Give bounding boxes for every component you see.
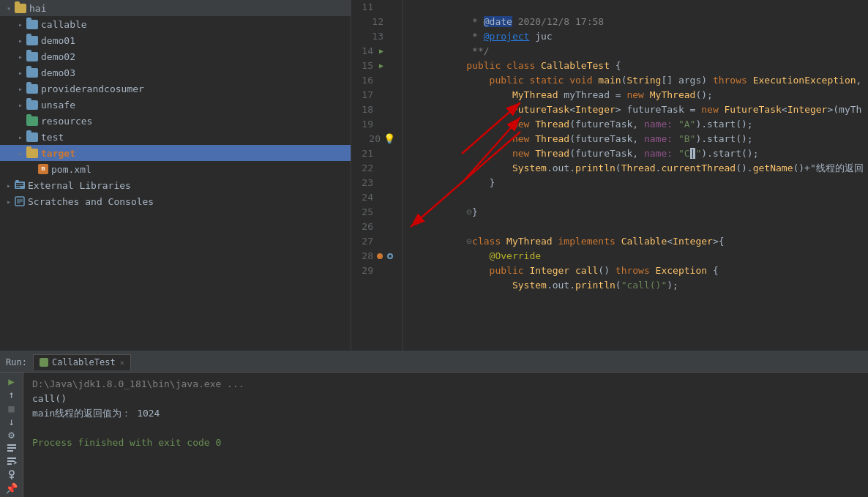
folder-icon xyxy=(26,132,38,142)
run-tab[interactable]: CallableTest × xyxy=(33,354,131,370)
line-number-15: 15 ▶ xyxy=(357,59,397,73)
line-number-12: 12 xyxy=(357,15,397,29)
expand-arrow[interactable] xyxy=(3,182,15,190)
output-line-2: call() xyxy=(32,392,859,406)
run-tab-label: CallableTest xyxy=(52,357,116,367)
svg-rect-15 xyxy=(7,450,13,452)
output-line-1: D:\Java\jdk1.8.0_181\bin\java.exe ... xyxy=(32,377,859,392)
run-settings-button[interactable]: ⚙ xyxy=(3,429,20,441)
output-line-3: main线程的返回值为： 1024 xyxy=(32,406,859,421)
run-wrap-button[interactable] xyxy=(3,442,20,454)
sidebar-item-test[interactable]: test xyxy=(0,129,351,145)
run-play-button[interactable]: ▶ xyxy=(3,375,20,387)
line-number-22: 22 xyxy=(357,161,397,176)
sidebar-item-callable[interactable]: callable xyxy=(0,16,351,32)
line-number-18: 18 xyxy=(357,102,397,117)
run-scroll-up-button[interactable]: ↑ xyxy=(3,389,20,400)
sidebar-item-label: test xyxy=(41,132,64,143)
line-number-24: 24 xyxy=(357,190,397,205)
sidebar-item-label: demo02 xyxy=(41,51,75,62)
expand-arrow[interactable] xyxy=(15,69,26,77)
line-number-23: 23 xyxy=(357,176,397,190)
sidebar-item-label: unsafe xyxy=(41,100,75,111)
project-sidebar: hai callable demo01 demo02 xyxy=(0,0,351,351)
folder-icon xyxy=(26,100,38,110)
bookmark-icon xyxy=(387,253,393,259)
run-pin2-button[interactable]: 📌 xyxy=(3,482,20,494)
line-number-28: 28 xyxy=(357,249,397,264)
run-scroll-down-button[interactable]: ↓ xyxy=(3,416,20,427)
run-tab-bar: Run: CallableTest × xyxy=(0,352,868,373)
run-tab-icon xyxy=(40,358,48,367)
expand-arrow[interactable] xyxy=(3,4,15,12)
svg-rect-2 xyxy=(16,183,23,184)
sidebar-item-scratches[interactable]: Scratches and Consoles xyxy=(0,193,351,209)
sidebar-item-label: demo03 xyxy=(41,67,75,78)
svg-rect-14 xyxy=(7,447,16,449)
code-line-25 xyxy=(409,205,868,220)
line-number-26: 26 xyxy=(357,220,397,234)
folder-icon xyxy=(26,52,38,61)
line-number-16: 16 xyxy=(357,73,397,88)
line-number-13: 13 xyxy=(357,29,397,44)
run-tab-close[interactable]: × xyxy=(120,358,125,367)
folder-icon xyxy=(26,68,38,78)
sidebar-item-hai[interactable]: hai xyxy=(0,0,351,16)
sidebar-item-providerandcosumer[interactable]: providerandcosumer xyxy=(0,81,351,97)
folder-icon xyxy=(26,20,38,29)
code-line-11: * @date 2020/12/8 17:58 xyxy=(409,0,868,15)
expand-arrow[interactable] xyxy=(15,149,26,157)
run-pin-button[interactable] xyxy=(3,469,20,481)
sidebar-item-target[interactable]: target xyxy=(0,145,351,161)
bulb-icon[interactable]: 💡 xyxy=(384,132,394,146)
run-output: D:\Java\jdk1.8.0_181\bin\java.exe ... ca… xyxy=(23,373,868,497)
folder-icon xyxy=(26,116,38,126)
svg-rect-17 xyxy=(7,460,14,462)
breakpoint-icon[interactable] xyxy=(377,253,383,259)
expand-arrow[interactable] xyxy=(3,198,15,206)
code-editor: 11 12 13 14 ▶ 15 xyxy=(351,0,868,351)
line-number-17: 17 xyxy=(357,88,397,102)
sidebar-item-label: callable xyxy=(41,19,87,30)
sidebar-item-unsafe[interactable]: unsafe xyxy=(0,97,351,113)
sidebar-item-pom[interactable]: m pom.xml xyxy=(0,161,351,177)
run-label: Run: xyxy=(6,357,27,367)
line-number-25: 25 xyxy=(357,205,397,220)
sidebar-item-demo03[interactable]: demo03 xyxy=(0,64,351,81)
sidebar-item-label: target xyxy=(41,148,75,159)
line-number-21: 21 xyxy=(357,146,397,161)
svg-rect-18 xyxy=(7,463,12,465)
sidebar-item-resources[interactable]: resources xyxy=(0,113,351,129)
folder-icon xyxy=(26,84,38,94)
line-number-20: 20 💡 xyxy=(357,132,397,146)
svg-point-19 xyxy=(10,471,14,475)
sidebar-item-demo02[interactable]: demo02 xyxy=(0,48,351,64)
svg-rect-13 xyxy=(7,444,16,446)
line-numbers: 11 12 13 14 ▶ 15 xyxy=(351,0,403,351)
folder-icon xyxy=(26,149,38,158)
output-line-5: Process finished with exit code 0 xyxy=(32,436,859,450)
run-stop-button[interactable]: ■ xyxy=(3,402,20,414)
line-number-19: 19 xyxy=(357,117,397,132)
expand-arrow[interactable] xyxy=(15,101,26,109)
sidebar-item-external-libraries[interactable]: External Libraries xyxy=(0,177,351,193)
sidebar-item-label: Scratches and Consoles xyxy=(28,196,154,207)
sidebar-item-label: demo01 xyxy=(41,35,75,46)
sidebar-item-demo01[interactable]: demo01 xyxy=(0,32,351,48)
line-number-14: 14 ▶ xyxy=(357,44,397,59)
code-content[interactable]: * @date 2020/12/8 17:58 * @project juc *… xyxy=(403,0,868,351)
expand-arrow[interactable] xyxy=(15,20,26,29)
svg-rect-1 xyxy=(15,180,19,182)
sidebar-item-label: resources xyxy=(41,116,92,127)
expand-arrow[interactable] xyxy=(15,37,26,45)
expand-arrow[interactable] xyxy=(15,85,26,93)
expand-arrow[interactable] xyxy=(15,53,26,61)
svg-rect-4 xyxy=(16,187,20,188)
pom-icon: m xyxy=(38,164,48,174)
run-softrap-button[interactable] xyxy=(3,455,20,467)
expand-arrow[interactable] xyxy=(15,133,26,141)
output-line-4 xyxy=(32,421,859,436)
line-number-11: 11 xyxy=(357,0,397,15)
line-number-27: 27 xyxy=(357,234,397,249)
svg-rect-3 xyxy=(16,185,23,187)
